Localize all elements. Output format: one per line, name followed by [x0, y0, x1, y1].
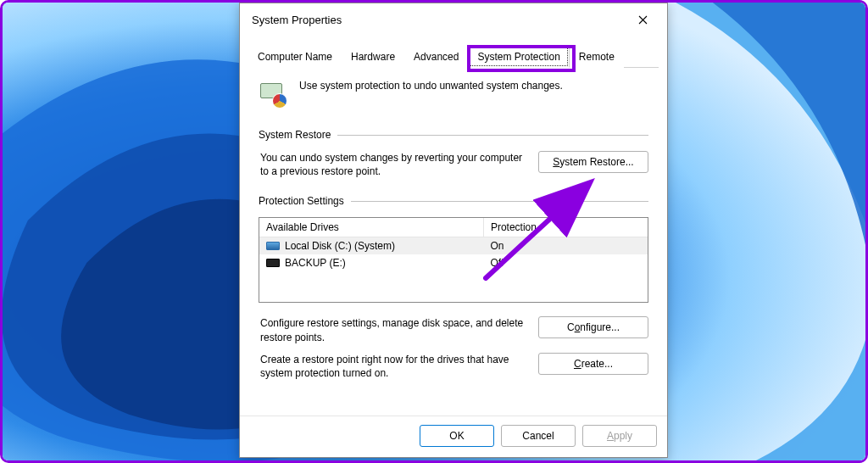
dialog-body: Use system protection to undo unwanted s…	[240, 68, 667, 416]
configure-button[interactable]: Configure...	[538, 316, 648, 338]
intro-text: Use system protection to undo unwanted s…	[299, 80, 563, 92]
drive-name: Local Disk (C:) (System)	[285, 240, 395, 252]
tab-hardware[interactable]: Hardware	[342, 46, 404, 68]
legend-label: Protection Settings	[259, 195, 344, 207]
dialog-button-bar: OK Cancel Apply	[240, 416, 667, 457]
legend-label: System Restore	[259, 129, 331, 141]
tab-computer-name[interactable]: Computer Name	[248, 46, 342, 68]
titlebar[interactable]: System Properties	[240, 3, 667, 36]
create-description: Create a restore point right now for the…	[260, 353, 528, 380]
tab-advanced[interactable]: Advanced	[404, 46, 468, 68]
drive-name: BACKUP (E:)	[285, 257, 346, 269]
table-row[interactable]: BACKUP (E:)Off	[259, 254, 648, 271]
table-row[interactable]: Local Disk (C:) (System)On	[259, 237, 648, 254]
column-header-drives: Available Drives	[259, 218, 484, 237]
system-protection-icon	[259, 80, 289, 110]
system-restore-button[interactable]: System Restore...	[538, 151, 648, 173]
system-properties-dialog: System Properties Computer Name Hardware…	[239, 3, 668, 458]
tab-strip: Computer Name Hardware Advanced System P…	[240, 46, 667, 68]
tab-system-protection[interactable]: System Protection	[468, 46, 569, 68]
protection-status: On	[484, 237, 648, 254]
tab-remote[interactable]: Remote	[570, 46, 624, 68]
drive-icon	[266, 242, 280, 250]
system-restore-group: System Restore You can undo system chang…	[259, 129, 648, 178]
drives-table[interactable]: Available Drives Protection Local Disk (…	[259, 217, 648, 303]
legend: Protection Settings	[259, 195, 648, 207]
cancel-button[interactable]: Cancel	[501, 425, 576, 447]
protection-settings-group: Protection Settings Available Drives Pro…	[259, 195, 648, 380]
ok-button[interactable]: OK	[420, 425, 494, 447]
close-button[interactable]	[625, 3, 660, 36]
column-header-protection: Protection	[484, 218, 648, 237]
drive-icon	[266, 259, 280, 267]
intro-section: Use system protection to undo unwanted s…	[259, 80, 648, 110]
legend: System Restore	[259, 129, 648, 141]
configure-description: Configure restore settings, manage disk …	[260, 316, 528, 343]
restore-description: You can undo system changes by reverting…	[260, 151, 528, 178]
apply-button[interactable]: Apply	[582, 425, 657, 447]
window-title: System Properties	[252, 14, 625, 26]
protection-status: Off	[484, 254, 648, 271]
create-button[interactable]: Create...	[538, 353, 648, 375]
close-icon	[638, 15, 648, 25]
